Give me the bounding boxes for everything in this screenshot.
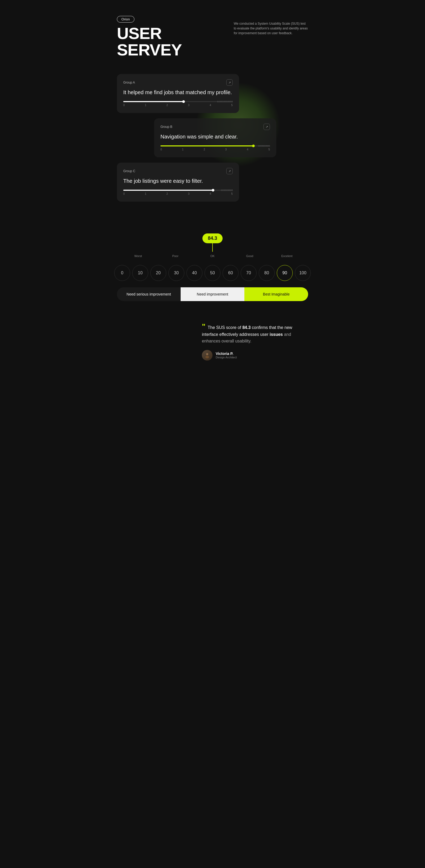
scale-label-poor: Poor [157, 254, 194, 257]
card-header-b: Group B ↗ [161, 124, 270, 130]
slider-labels-b: 012345 [161, 148, 270, 151]
card-question-a: It helped me find jobs that matched my p… [123, 89, 233, 96]
quote-content: " The SUS score of 84.3 confirms that th… [202, 322, 303, 345]
slider-b[interactable]: 012345 [161, 145, 270, 151]
group-c-label: Group C [123, 169, 135, 173]
slider-dot-a [182, 100, 185, 103]
survey-card-group-b: Group B ↗ Navigation was simple and clea… [154, 118, 276, 157]
scale-num-0: 0 [114, 265, 130, 281]
category-need-serious[interactable]: Need serious improvement [117, 287, 181, 301]
slider-labels-c: 012345 [123, 192, 233, 195]
author-info: Victoria P. Design Architect [216, 351, 237, 359]
slider-fill-c [123, 190, 213, 191]
author-name: Victoria P. [216, 351, 237, 356]
svg-point-1 [205, 356, 209, 359]
orion-badge: Orion [117, 16, 134, 23]
sus-section: 84.3 Worst Poor OK Good Excelent 0 10 20… [106, 223, 319, 312]
score-display: 84.3 [202, 234, 222, 252]
scale-num-30: 30 [168, 265, 185, 281]
survey-section: Group A ↗ It helped me find jobs that ma… [106, 69, 319, 223]
slider-dot-b [252, 145, 255, 147]
category-row: Need serious improvement Need improvemen… [117, 287, 308, 301]
scale-numbers-row: 0 10 20 30 40 50 60 70 80 90 100 [114, 265, 311, 281]
slider-track-b [161, 145, 270, 147]
card-expand-b[interactable]: ↗ [263, 124, 270, 130]
author-role: Design Architect [216, 356, 237, 359]
scale-num-60: 60 [223, 265, 238, 281]
slider-track-a [123, 101, 233, 102]
card-question-b: Navigation was simple and clear. [161, 133, 270, 140]
quote-issues: issues [270, 332, 283, 337]
group-a-label: Group A [123, 81, 135, 84]
page-title: USER SERVEY [117, 25, 182, 58]
quote-section: " The SUS score of 84.3 confirms that th… [186, 312, 319, 376]
scale-num-70: 70 [240, 265, 257, 281]
group-b-label: Group B [161, 125, 172, 129]
scale-num-40: 40 [187, 265, 202, 281]
survey-card-group-a: Group A ↗ It helped me find jobs that ma… [117, 74, 239, 113]
card-question-c: The job listings were easy to filter. [123, 178, 233, 184]
page-header: Orion USER SERVEY We conducted a System … [106, 0, 319, 69]
scale-label-worst: Worst [119, 254, 157, 257]
slider-fill-b [161, 145, 253, 147]
quote-text: The SUS score of 84.3 confirms that the … [202, 325, 292, 343]
scale-num-90: 90 [277, 265, 293, 281]
header-left: Orion USER SERVEY [117, 16, 182, 58]
sus-score-badge: 84.3 [202, 234, 222, 243]
scale-label-ok: OK [194, 254, 231, 257]
scale-num-10: 10 [132, 265, 148, 281]
scale-num-20: 20 [150, 265, 166, 281]
slider-c[interactable]: 012345 [123, 190, 233, 195]
slider-track-c [123, 190, 233, 191]
header-description: We conducted a System Usability Scale (S… [234, 21, 308, 35]
card-header-c: Group C ↗ [123, 168, 233, 174]
scale-labels-row: Worst Poor OK Good Excelent [117, 254, 308, 257]
slider-fill-a [123, 101, 183, 102]
quote-author: Victoria P. Design Architect [202, 350, 303, 361]
slider-labels-a: 012345 [123, 104, 233, 106]
card-header-a: Group A ↗ [123, 79, 233, 86]
category-need-improvement[interactable]: Need improvement [181, 287, 244, 301]
card-expand-a[interactable]: ↗ [226, 79, 233, 86]
scale-num-50: 50 [204, 265, 221, 281]
quote-mark: " [202, 322, 205, 331]
scale-label-good: Good [231, 254, 268, 257]
author-avatar [202, 350, 213, 361]
scale-num-80: 80 [259, 265, 275, 281]
quote-score: 84.3 [242, 325, 251, 330]
survey-card-group-c: Group C ↗ The job listings were easy to … [117, 163, 239, 202]
slider-dot-c [212, 189, 215, 191]
card-expand-c[interactable]: ↗ [226, 168, 233, 174]
slider-a[interactable]: 012345 [123, 101, 233, 106]
svg-point-0 [206, 353, 208, 355]
scale-label-excellent: Excelent [268, 254, 306, 257]
scale-num-100: 100 [295, 265, 311, 281]
category-best-imaginable[interactable]: Best Imaginable [244, 287, 308, 301]
